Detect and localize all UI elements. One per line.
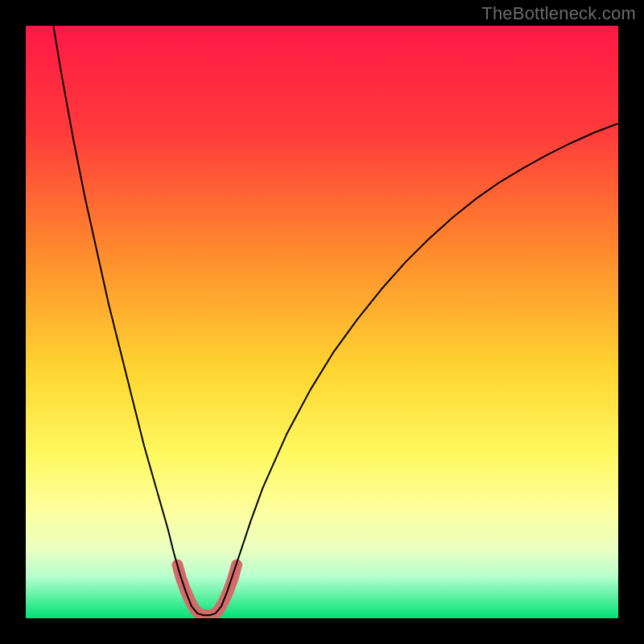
watermark-text: TheBottleneck.com (481, 3, 636, 24)
chart-frame: TheBottleneck.com (0, 0, 644, 644)
chart-svg (26, 26, 618, 618)
plot-area (26, 26, 618, 618)
gradient-background (26, 26, 618, 618)
